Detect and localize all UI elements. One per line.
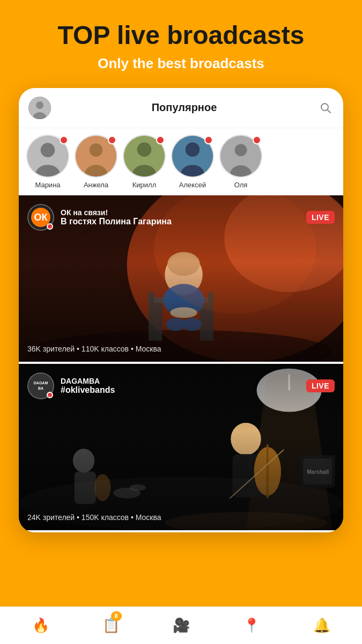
video-icon: 🎥: [173, 617, 190, 634]
live-badge: LIVE: [306, 211, 335, 224]
story-item[interactable]: Марина: [26, 135, 69, 189]
channel-logo-wrap: ОК: [27, 204, 54, 231]
subtitle: Only the best broadcasts: [16, 55, 346, 72]
card-channel-text: ОК на связи! В гостях Полина Гагарина: [61, 208, 300, 226]
story-name: Анжела: [84, 181, 108, 189]
channel-logo-wrap: DAGAM BA: [27, 372, 54, 399]
card-stats: 36K зрителей • 110K классов • Москва: [27, 345, 335, 353]
card-stats: 24K зрителей • 150K классов • Москва: [27, 513, 335, 522]
svg-point-15: [186, 142, 200, 157]
header-section: TOP live broadcasts Only the best broadc…: [0, 0, 362, 83]
story-name: Марина: [35, 181, 60, 189]
main-title: TOP live broadcasts: [16, 21, 346, 50]
card-channel-text: DAGAMBA #oklivebands: [61, 377, 300, 395]
story-live-dot: [156, 136, 165, 144]
svg-point-6: [41, 143, 55, 157]
svg-point-1: [36, 101, 43, 109]
location-icon: 📍: [243, 617, 260, 634]
svg-point-9: [90, 143, 103, 157]
svg-line-4: [328, 109, 331, 113]
svg-text:ОК: ОК: [34, 212, 48, 223]
channel-live-dot: [47, 392, 53, 398]
card-header: DAGAM BA DAGAMBA #oklivebands LIVE: [27, 372, 335, 399]
story-live-dot: [204, 136, 213, 144]
story-item[interactable]: Анжела: [75, 135, 117, 189]
broadcast-title: В гостях Полина Гагарина: [61, 217, 300, 226]
card-header: ОК ОК на связи! В гостях Полина Гагарина…: [27, 204, 335, 231]
nav-fire[interactable]: 🔥: [5, 607, 76, 644]
story-item[interactable]: Оля: [219, 135, 262, 189]
live-badge: LIVE: [306, 379, 335, 392]
fire-icon: 🔥: [32, 617, 49, 634]
story-item[interactable]: Кирилл: [123, 135, 166, 189]
story-name: Кирилл: [132, 181, 157, 189]
nav-bell[interactable]: 🔔: [286, 607, 357, 644]
nav-feed[interactable]: 📋 8: [76, 607, 146, 644]
svg-point-12: [137, 142, 152, 157]
story-name: Оля: [234, 181, 248, 189]
phone-mockup: Популярное: [19, 88, 343, 532]
feed-badge: 8: [111, 611, 122, 621]
channel-name: DAGAMBA: [61, 377, 300, 385]
bell-icon: 🔔: [313, 617, 330, 634]
profile-avatar[interactable]: [28, 97, 51, 119]
nav-location[interactable]: 📍: [216, 607, 286, 644]
channel-live-dot: [47, 223, 53, 230]
live-card-2[interactable]: Marshall DAGAM BA: [19, 364, 343, 530]
stories-row: Марина Анжела: [19, 128, 343, 195]
broadcast-title: #oklivebands: [61, 385, 300, 395]
svg-text:BA: BA: [38, 386, 43, 390]
channel-name: ОК на связи!: [61, 208, 300, 217]
live-card-1[interactable]: ОК ОК на связи! В гостях Полина Гагарина…: [19, 195, 343, 362]
topbar-title: Популярное: [51, 101, 317, 114]
bottom-nav: 🔥 📋 8 🎥 📍 🔔: [0, 606, 362, 644]
card-footer: 36K зрителей • 110K классов • Москва: [27, 345, 335, 353]
story-item[interactable]: Алексей: [171, 135, 214, 189]
story-live-dot: [60, 136, 68, 144]
search-button[interactable]: [317, 100, 334, 116]
story-live-dot: [253, 136, 261, 144]
story-live-dot: [108, 136, 116, 144]
top-bar: Популярное: [19, 88, 343, 128]
nav-video[interactable]: 🎥: [146, 607, 216, 644]
card-footer: 24K зрителей • 150K классов • Москва: [27, 513, 335, 522]
svg-point-18: [235, 144, 247, 156]
story-name: Алексей: [179, 181, 206, 189]
svg-text:DAGAM: DAGAM: [34, 381, 48, 385]
